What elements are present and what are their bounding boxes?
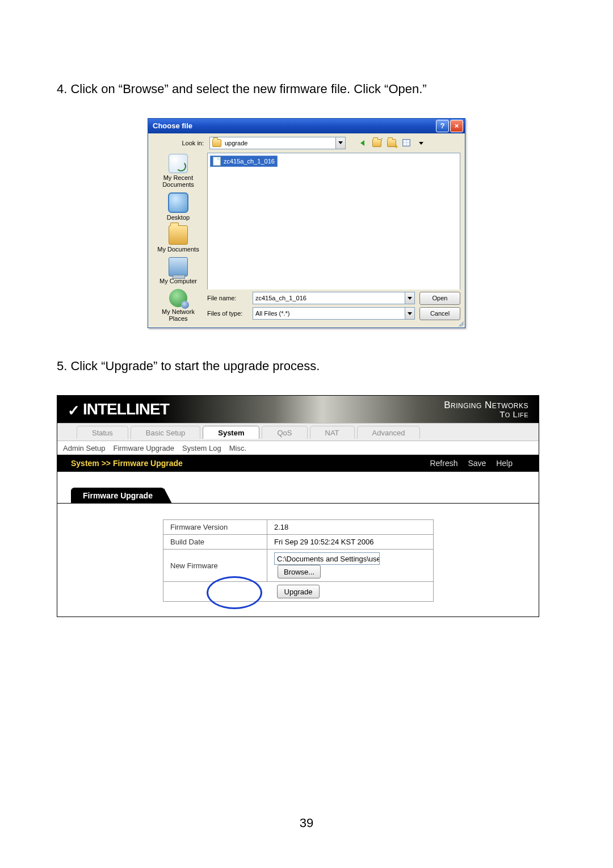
- table-row: New Firmware C:\Documents and Settings\u…: [163, 550, 434, 582]
- firmware-version-value: 2.18: [267, 520, 434, 535]
- page-header-bar: System >> Firmware Upgrade Refresh Save …: [57, 455, 539, 472]
- table-row: Build Date Fri Sep 29 10:52:24 KST 2006: [163, 535, 434, 550]
- chevron-down-icon[interactable]: [335, 137, 345, 149]
- new-folder-icon[interactable]: [387, 138, 397, 148]
- tab-basic-setup[interactable]: Basic Setup: [131, 426, 200, 439]
- firmware-version-label: Firmware Version: [163, 520, 267, 535]
- file-item-selected[interactable]: zc415a_ch_1_016: [210, 156, 278, 167]
- tab-system[interactable]: System: [203, 426, 259, 439]
- recent-documents-icon: [169, 154, 188, 173]
- step-5-text: 5. Click “Upgrade” to start the upgrade …: [57, 358, 556, 375]
- choose-file-dialog: Choose file ? × Look in: upgrade: [148, 118, 465, 329]
- check-icon: ✓: [68, 402, 79, 420]
- resize-grip-icon[interactable]: [457, 320, 464, 326]
- file-name-label: File name:: [207, 295, 248, 301]
- my-network-icon: [169, 289, 187, 307]
- up-one-level-icon[interactable]: [372, 138, 382, 148]
- close-icon[interactable]: ×: [450, 120, 463, 132]
- new-firmware-input[interactable]: C:\Documents and Settings\user\D: [274, 552, 380, 565]
- tab-advanced[interactable]: Advanced: [357, 426, 421, 439]
- places-recent-documents[interactable]: My Recent Documents: [162, 154, 194, 188]
- build-date-value: Fri Sep 29 10:52:24 KST 2006: [267, 535, 434, 550]
- subnav-system-log[interactable]: System Log: [182, 444, 221, 452]
- section-tab-firmware-upgrade: Firmware Upgrade: [71, 488, 165, 503]
- look-in-label: Look in:: [153, 140, 206, 146]
- file-name-input[interactable]: zc415a_ch_1_016: [253, 292, 415, 304]
- dialog-title: Choose file: [153, 121, 192, 130]
- table-row: Firmware Version 2.18: [163, 520, 434, 535]
- folder-icon: [212, 139, 221, 147]
- browse-button[interactable]: Browse...: [278, 565, 321, 578]
- tab-qos[interactable]: QoS: [262, 426, 307, 439]
- places-my-computer[interactable]: My Computer: [159, 257, 197, 284]
- places-desktop[interactable]: Desktop: [167, 192, 190, 221]
- views-menu-chevron-icon[interactable]: [416, 138, 426, 148]
- places-my-documents[interactable]: My Documents: [157, 225, 199, 253]
- router-web-ui: ✓ INTELLINET Bringing Networks To Life S…: [57, 395, 539, 617]
- tab-nat[interactable]: NAT: [310, 426, 355, 439]
- tagline: Bringing Networks To Life: [444, 400, 528, 418]
- logo-text: INTELLINET: [83, 400, 169, 418]
- help-icon[interactable]: ?: [436, 120, 449, 132]
- upgrade-button[interactable]: Upgrade: [277, 585, 320, 598]
- file-icon: [213, 157, 221, 166]
- file-list[interactable]: zc415a_ch_1_016: [207, 153, 460, 290]
- banner: ✓ INTELLINET Bringing Networks To Life: [57, 396, 539, 423]
- annotation-circle: [207, 576, 262, 609]
- subnav-admin-setup[interactable]: Admin Setup: [63, 444, 105, 452]
- help-link[interactable]: Help: [496, 459, 513, 468]
- my-computer-icon: [169, 257, 188, 276]
- tab-status[interactable]: Status: [77, 426, 128, 439]
- desktop-icon: [168, 192, 188, 213]
- page-number: 39: [0, 816, 613, 831]
- look-in-select[interactable]: upgrade: [209, 137, 346, 149]
- refresh-link[interactable]: Refresh: [430, 459, 457, 468]
- cancel-button[interactable]: Cancel: [419, 307, 460, 320]
- places-my-network[interactable]: My Network Places: [162, 289, 195, 322]
- file-type-select[interactable]: All Files (*.*): [253, 307, 415, 320]
- back-icon[interactable]: [357, 138, 367, 148]
- breadcrumb: System >> Firmware Upgrade: [71, 459, 422, 468]
- save-link[interactable]: Save: [468, 459, 486, 468]
- chevron-down-icon[interactable]: [405, 308, 414, 319]
- step-4-text: 4. Click on “Browse” and select the new …: [57, 81, 556, 98]
- table-row: Upgrade: [163, 582, 434, 602]
- sub-nav: Admin Setup Firmware Upgrade System Log …: [57, 441, 539, 455]
- build-date-label: Build Date: [163, 535, 267, 550]
- look-in-value: upgrade: [225, 140, 247, 146]
- places-bar: My Recent Documents Desktop My Documents: [153, 153, 204, 324]
- main-tabs: Status Basic Setup System QoS NAT Advanc…: [57, 423, 539, 441]
- dialog-title-bar: Choose file ? ×: [148, 119, 465, 133]
- views-icon[interactable]: [401, 138, 412, 148]
- subnav-firmware-upgrade[interactable]: Firmware Upgrade: [113, 444, 174, 452]
- firmware-table: Firmware Version 2.18 Build Date Fri Sep…: [163, 519, 434, 602]
- open-button[interactable]: Open: [419, 292, 460, 305]
- subnav-misc[interactable]: Misc.: [229, 444, 246, 452]
- file-type-label: Files of type:: [207, 310, 248, 317]
- new-firmware-label: New Firmware: [163, 550, 267, 582]
- my-documents-icon: [169, 225, 188, 245]
- chevron-down-icon[interactable]: [405, 292, 414, 304]
